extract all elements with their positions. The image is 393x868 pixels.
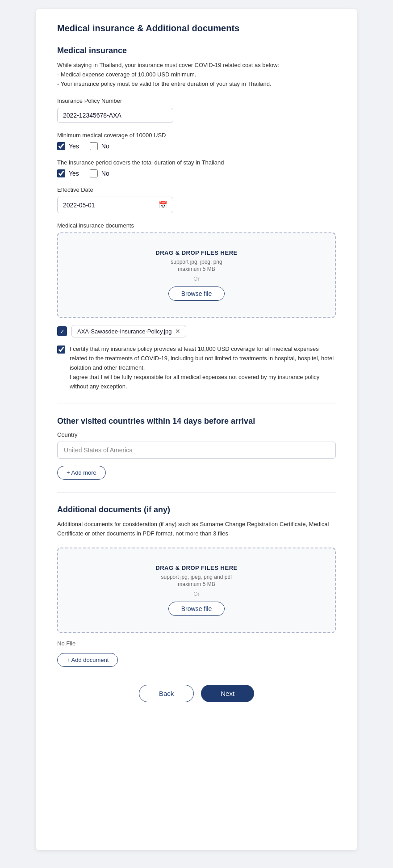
period-yes-item[interactable]: Yes: [57, 169, 79, 177]
medical-insurance-title: Medical insurance: [57, 46, 336, 55]
additional-browse-button[interactable]: Browse file: [168, 602, 225, 616]
additional-documents-section: Additional documents (if any) Additional…: [57, 505, 336, 667]
insurance-dropzone-support: support jpg, jpeg, png: [67, 259, 326, 265]
additional-dropzone-or: Or: [67, 591, 326, 597]
additional-dropzone-title: DRAG & DROP FILES HERE: [67, 565, 326, 571]
insurance-dropzone[interactable]: DRAG & DROP FILES HERE support jpg, jpeg…: [57, 232, 336, 318]
next-button[interactable]: Next: [201, 685, 254, 702]
section-divider-1: [57, 404, 336, 404]
coverage-yes-item[interactable]: Yes: [57, 142, 79, 150]
country-label: Country: [57, 431, 336, 438]
medical-insurance-section: Medical insurance While staying in Thail…: [57, 46, 336, 391]
other-countries-section: Other visited countries within 14 days b…: [57, 417, 336, 480]
period-no-item[interactable]: No: [90, 169, 109, 177]
effective-date-field: Effective Date 📅: [57, 186, 336, 213]
additional-documents-desc: Additional documents for consideration (…: [57, 520, 336, 539]
coverage-label: Minimum medical coverage of 10000 USD: [57, 132, 336, 139]
country-input[interactable]: United States of America: [57, 442, 336, 459]
calendar-icon: 📅: [159, 201, 167, 209]
period-field: The insurance period covers the total du…: [57, 159, 336, 177]
coverage-no-checkbox[interactable]: [90, 142, 98, 150]
file-check-icon: ✓: [57, 326, 67, 336]
certify-text: I certify that my insurance policy provi…: [70, 345, 336, 391]
coverage-field: Minimum medical coverage of 10000 USD Ye…: [57, 132, 336, 150]
insurance-documents-label: Medical insurance documents: [57, 222, 336, 229]
no-file-label: No File: [57, 640, 336, 647]
insurance-dropzone-title: DRAG & DROP FILES HERE: [67, 249, 326, 256]
effective-date-wrapper: 📅: [57, 197, 173, 213]
uploaded-file-row: ✓ AXA-Sawasdee-Insurance-Policy.jpg ✕: [57, 325, 336, 337]
period-label: The insurance period covers the total du…: [57, 159, 336, 166]
medical-insurance-desc: While staying in Thailand, your insuranc…: [57, 61, 336, 88]
additional-dropzone-support: support jpg, jpeg, png and pdf: [67, 574, 326, 580]
other-countries-title: Other visited countries within 14 days b…: [57, 417, 336, 426]
file-tag: AXA-Sawasdee-Insurance-Policy.jpg ✕: [71, 325, 186, 337]
page-title: Medical insurance & Additional documents: [57, 23, 336, 34]
coverage-yes-checkbox[interactable]: [57, 142, 65, 150]
additional-documents-title: Additional documents (if any): [57, 505, 336, 514]
bottom-actions: Back Next: [57, 685, 336, 702]
file-name: AXA-Sawasdee-Insurance-Policy.jpg: [77, 328, 171, 335]
coverage-yes-label: Yes: [69, 143, 79, 150]
coverage-checkbox-group: Yes No: [57, 142, 336, 150]
effective-date-input[interactable]: [63, 202, 159, 209]
insurance-documents-field: Medical insurance documents DRAG & DROP …: [57, 222, 336, 391]
effective-date-label: Effective Date: [57, 186, 336, 193]
page-container: Medical insurance & Additional documents…: [36, 9, 357, 850]
policy-number-label: Insurance Policy Number: [57, 97, 336, 104]
additional-dropzone-maxsize: maximum 5 MB: [67, 581, 326, 587]
insurance-dropzone-maxsize: maximum 5 MB: [67, 266, 326, 272]
insurance-dropzone-or: Or: [67, 276, 326, 282]
certify-block: I certify that my insurance policy provi…: [57, 345, 336, 391]
add-document-button[interactable]: + Add document: [57, 653, 118, 667]
policy-number-input[interactable]: [57, 108, 173, 123]
period-yes-checkbox[interactable]: [57, 169, 65, 177]
coverage-no-label: No: [101, 143, 109, 150]
period-checkbox-group: Yes No: [57, 169, 336, 177]
section-divider-2: [57, 492, 336, 493]
additional-dropzone[interactable]: DRAG & DROP FILES HERE support jpg, jpeg…: [57, 548, 336, 633]
period-no-label: No: [101, 170, 109, 177]
coverage-no-item[interactable]: No: [90, 142, 109, 150]
policy-number-field: Insurance Policy Number: [57, 97, 336, 123]
back-button[interactable]: Back: [139, 685, 194, 702]
certify-checkbox[interactable]: [57, 346, 65, 354]
period-no-checkbox[interactable]: [90, 169, 98, 177]
insurance-browse-button[interactable]: Browse file: [168, 287, 225, 301]
add-more-button[interactable]: + Add more: [57, 466, 106, 480]
file-remove-icon[interactable]: ✕: [175, 328, 180, 335]
country-placeholder: United States of America: [64, 447, 133, 454]
period-yes-label: Yes: [69, 170, 79, 177]
